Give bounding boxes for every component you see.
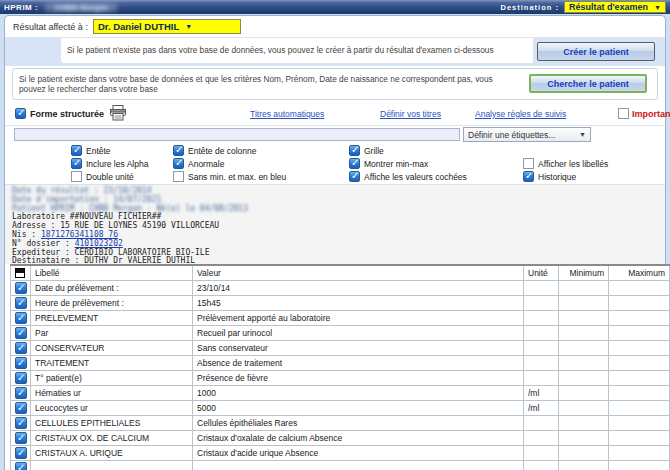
option-checkbox[interactable] [523, 158, 534, 169]
cell-maximum [609, 400, 670, 415]
option-checkbox[interactable] [173, 158, 184, 169]
row-checkbox[interactable] [15, 372, 27, 384]
cell-valeur: Recueil par urinocol [193, 325, 524, 340]
toolbar-row: Forme structurée Titres automatiques Déf… [5, 102, 665, 126]
filter-input[interactable] [14, 128, 460, 141]
important-checkbox[interactable] [618, 108, 629, 119]
assigned-doctor-select[interactable]: Dr. Daniel DUTHIL ▼ [93, 19, 241, 34]
option-checkbox[interactable] [349, 171, 360, 182]
table-row: T° patient(e)Présence de fièvre [11, 370, 670, 385]
row-checkbox[interactable] [15, 432, 27, 444]
cell-unite [524, 430, 559, 445]
option-double-unit-[interactable]: Double unité [71, 171, 134, 182]
table-row: Date du prélèvement :23/10/14 [11, 280, 670, 295]
column-header-libelle: Libellé [31, 265, 193, 280]
app-title: HPRIM : [4, 3, 38, 12]
option-historique[interactable]: Historique [523, 171, 576, 182]
cell-minimum [559, 295, 609, 310]
cell-maximum [609, 310, 670, 325]
option-checkbox[interactable] [71, 145, 82, 156]
cell-unite [524, 355, 559, 370]
option-checkbox[interactable] [349, 145, 360, 156]
cell-unite: /ml [524, 400, 559, 415]
search-patient-message: Si le patient existe dans votre base de … [19, 74, 499, 95]
row-checkbox[interactable] [15, 462, 27, 470]
select-all-checkbox[interactable] [15, 268, 25, 278]
option-label: Entête de colonne [188, 146, 257, 156]
option-label: Afficher les libellés [538, 159, 608, 169]
option-label: Double unité [86, 172, 134, 182]
row-checkbox[interactable] [15, 297, 27, 309]
cell-maximum [609, 325, 670, 340]
cell-valeur: Cristaux d'acide urique Absence [193, 445, 524, 460]
cell-valeur: Absence de traitement [193, 355, 524, 370]
table-row: CRISTAUX OX. DE CALCIUMCristaux d'oxalat… [11, 430, 670, 445]
option-checkbox[interactable] [349, 158, 360, 169]
table-row: PRELEVEMENTPrélèvement apporté au labora… [11, 310, 670, 325]
print-button[interactable] [109, 105, 127, 125]
row-checkbox[interactable] [15, 342, 27, 354]
cell-valeur: 1000 [193, 385, 524, 400]
cell-maximum [609, 370, 670, 385]
cell-minimum [559, 370, 609, 385]
forme-structuree-checkbox[interactable] [15, 108, 26, 119]
cell-maximum [609, 415, 670, 430]
tag-select[interactable]: Définir une étiquettes... ▼ [463, 127, 591, 142]
option-ent-te[interactable]: Entête [71, 145, 111, 156]
option-sans-min-et-max-en-bleu[interactable]: Sans min. et max. en bleu [173, 171, 286, 182]
options-grid: EntêteEntête de colonneGrilleInclure les… [5, 144, 665, 184]
option-checkbox[interactable] [173, 145, 184, 156]
hprim-window: HPRIM : CHBB Morgan Destination : Résult… [0, 0, 670, 470]
row-checkbox[interactable] [15, 387, 27, 399]
row-checkbox[interactable] [15, 402, 27, 414]
important-option[interactable]: Important [618, 108, 670, 119]
assign-row: Résultat affecté à : Dr. Daniel DUTHIL ▼ [5, 16, 665, 38]
link-titres-automatiques[interactable]: Titres automatiques [250, 109, 324, 119]
option-checkbox[interactable] [173, 171, 184, 182]
row-checkbox[interactable] [15, 327, 27, 339]
create-patient-button[interactable]: Créer le patient [537, 42, 655, 61]
table-row: ParRecueil par urinocol [11, 325, 670, 340]
row-checkbox[interactable] [15, 282, 27, 294]
option-inclure-les-alpha[interactable]: Inclure les Alpha [71, 158, 148, 169]
cell-libelle: PRELEVEMENT [31, 310, 193, 325]
link-analyse-regles-suivis[interactable]: Analyse règles de suivis [475, 109, 566, 119]
cell-valeur: Présence de fièvre [193, 370, 524, 385]
row-checkbox[interactable] [15, 417, 27, 429]
file-info-link[interactable]: 1871276341108 76 [41, 230, 118, 239]
file-info-label: N° dossier : [12, 239, 75, 248]
option-afficher-les-libell-s[interactable]: Afficher les libellés [523, 158, 608, 169]
file-info-link[interactable]: 4101023202 [75, 239, 123, 248]
cell-minimum [559, 385, 609, 400]
row-checkbox[interactable] [15, 312, 27, 324]
create-patient-strip: Si le patient n'existe pas dans votre ba… [5, 38, 665, 66]
option-grille[interactable]: Grille [349, 145, 384, 156]
option-affiche-les-valeurs-coch-es[interactable]: Affiche les valeurs cochées [349, 171, 467, 182]
link-definir-vos-titres[interactable]: Définir vos titres [380, 109, 441, 119]
option-checkbox[interactable] [71, 171, 82, 182]
cell-minimum [559, 460, 609, 470]
option-ent-te-de-colonne[interactable]: Entête de colonne [173, 145, 257, 156]
option-checkbox[interactable] [523, 171, 534, 182]
option-label: Sans min. et max. en bleu [188, 172, 286, 182]
row-checkbox[interactable] [15, 447, 27, 459]
file-info-label: Nis : [12, 230, 41, 239]
option-anormale[interactable]: Anormale [173, 158, 224, 169]
forme-structuree-option[interactable]: Forme structurée [15, 108, 104, 119]
cell-minimum [559, 340, 609, 355]
create-patient-message: Si le patient n'existe pas dans votre ba… [67, 45, 494, 55]
option-montrer-min-max[interactable]: Montrer min-max [349, 158, 428, 169]
table-row: CONSERVATEURSans conservateur [11, 340, 670, 355]
option-checkbox[interactable] [71, 158, 82, 169]
destination-select[interactable]: Résultat d'examen ▼ [564, 1, 666, 13]
search-patient-button[interactable]: Chercher le patient [529, 74, 647, 93]
option-label: Montrer min-max [364, 159, 428, 169]
option-label: Historique [538, 172, 576, 182]
cell-libelle: TRAITEMENT [31, 355, 193, 370]
table-header-row: Libellé Valeur Unité Minimum Maximum [11, 265, 670, 280]
cell-minimum [559, 445, 609, 460]
destination-select-value: Résultat d'examen [569, 2, 648, 12]
cell-valeur: Cristaux d'oxalate de calcium Absence [193, 430, 524, 445]
row-checkbox[interactable] [15, 357, 27, 369]
destination-label: Destination : [500, 3, 558, 12]
